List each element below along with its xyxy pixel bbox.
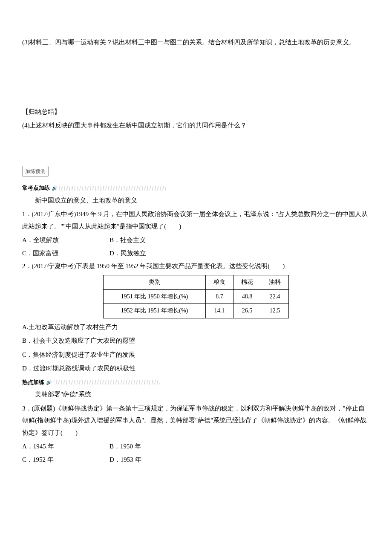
answer-space-q4 [22,133,370,163]
q3b-option-c[interactable]: C．1952 年 [22,454,110,466]
row2-val3: 12.5 [261,304,289,318]
question-1-options-row2: C．国家富强 D．民族独立 [22,247,370,260]
hot-points-header: 热点加练 🔊 [22,377,370,388]
q1-option-c[interactable]: C．国家富强 [22,247,110,260]
common-points-header: 常考点加练 🔊 [22,183,370,194]
table-row: 1951 年比 1950 年增长(%) 8.7 48.8 22.4 [104,289,289,304]
question-3-text: (3)材料三、四与哪一运动有关？说出材料三中图一与图二的关系。结合材料四及所学知… [22,36,370,49]
decorative-stripes [59,186,166,191]
th-cotton: 棉花 [233,275,261,289]
row1-val2: 48.8 [233,289,261,304]
q1-option-d[interactable]: D．民族独立 [110,247,197,260]
common-topic: 新中国成立的意义、土地改革的意义 [22,194,370,207]
q2-option-d[interactable]: D．过渡时期总路线调动了农民的积极性 [22,362,370,375]
q3b-option-d[interactable]: D．1953 年 [110,454,197,466]
predict-section-badge: 加练预测 [22,166,49,177]
table-row: 1952 年比 1951 年增长(%) 14.1 26.5 12.5 [104,304,289,318]
th-grain: 粮食 [206,275,233,289]
answer-space-q3 [22,50,370,106]
question-3b-options-row1: A．1945 年 B．1950 年 [22,440,370,453]
q3b-option-a[interactable]: A．1945 年 [22,440,110,453]
row2-val2: 26.5 [233,304,261,318]
hot-topic: 美韩部署"萨德"系统 [22,388,370,401]
row1-val1: 8.7 [206,289,233,304]
q2-option-c[interactable]: C．集体经济制度促进了农业生产的发展 [22,349,370,361]
th-category: 类别 [104,275,206,289]
th-oil: 油料 [261,275,289,289]
q1-option-a[interactable]: A．全境解放 [22,234,110,246]
question-1-options-row1: A．全境解放 B．社会主义 [22,234,370,246]
question-1-stem: 1．(2017·广东中考)1949 年 9 月，在中国人民政治协商会议第一届全体… [22,208,370,232]
q1-option-b[interactable]: B．社会主义 [110,234,197,246]
hot-points-label: 热点加练 [22,377,44,388]
q2-option-a[interactable]: A.土地改革运动解放了农村生产力 [22,321,370,333]
question-2-stem: 2．(2017·宁夏中考)下表是 1950 年至 1952 年我国主要农产品产量… [22,260,370,272]
sound-icon: 🔊 [46,378,52,387]
summary-header: 【归纳总结】 [22,106,370,118]
row1-val3: 22.4 [261,289,289,304]
question-3b-options-row2: C．1952 年 D．1953 年 [22,454,370,466]
q3b-option-b[interactable]: B．1950 年 [110,440,197,453]
row1-label: 1951 年比 1950 年增长(%) [104,289,206,304]
decorative-stripes [54,380,160,384]
common-points-label: 常考点加练 [22,183,50,194]
sound-icon: 🔊 [52,184,58,193]
question-4-text: (4)上述材料反映的重大事件都发生在新中国成立初期，它们的共同作用是什么？ [22,119,370,132]
row2-label: 1952 年比 1951 年增长(%) [104,304,206,318]
question-3b-stem: 3．(原创题)《朝鲜停战协定》第一条第十三项规定，为保证军事停战的稳定，以利双方… [22,402,370,439]
row2-val1: 14.1 [206,304,233,318]
table-header-row: 类别 粮食 棉花 油料 [104,275,289,289]
product-change-table: 类别 粮食 棉花 油料 1951 年比 1950 年增长(%) 8.7 48.8… [103,275,289,318]
q2-option-b[interactable]: B．社会主义改造顺应了广大农民的愿望 [22,335,370,347]
